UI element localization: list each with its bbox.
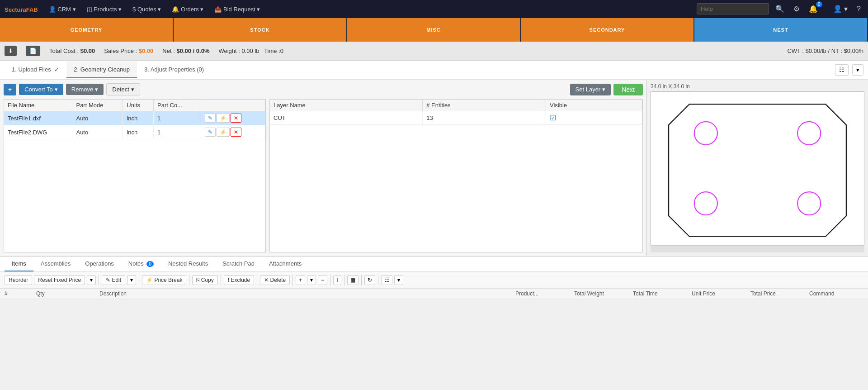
steps-bar: 1. Upload Files ✓ 2. Geometry Cleanup 3.… [0, 61, 868, 80]
workflow-nest[interactable]: NEST [694, 18, 868, 42]
workflow-secondary[interactable]: SECONDARY [521, 18, 694, 42]
flash-btn-2[interactable]: ⚡ [217, 128, 230, 137]
search-icon[interactable]: 🔍 [773, 3, 787, 15]
step-upload-label: 1. Upload Files [12, 66, 51, 73]
set-layer-label: Set Layer [576, 86, 601, 93]
add-button[interactable]: + [4, 84, 16, 95]
tab-assemblies-label: Assemblies [41, 260, 71, 267]
reset-fixed-price-button[interactable]: Reset Fixed Price [34, 275, 85, 285]
add-dropdown-button[interactable]: ▾ [307, 275, 316, 285]
grid-view-button[interactable]: ☷ [835, 64, 849, 76]
set-layer-button[interactable]: Set Layer ▾ [570, 84, 611, 95]
actions-1: ✎ ⚡ ✕ [201, 111, 265, 125]
settings-icon[interactable]: ⚙ [791, 3, 802, 15]
filter-button[interactable]: ▦ [347, 275, 359, 285]
notifications-icon[interactable]: 🔔0 [806, 3, 827, 15]
step-adjust-label: 3. Adjust Properties (0) [144, 66, 204, 73]
col-total-weight: Total Weight [574, 290, 628, 297]
workflow-misc[interactable]: MISC [347, 18, 521, 42]
layer-row-1[interactable]: CUT 13 ☑ [270, 111, 642, 125]
tab-scratch-pad-label: Scratch Pad [222, 260, 255, 267]
grid-columns-button[interactable]: ☷ [381, 275, 392, 285]
separator-10 [378, 275, 378, 285]
nav-bid-request[interactable]: 📤 Bid Request ▾ [210, 0, 264, 18]
refresh-button[interactable]: ↻ [364, 275, 375, 285]
separator-9 [361, 275, 362, 285]
separator-8 [344, 275, 344, 285]
tab-scratch-pad[interactable]: Scratch Pad [215, 257, 262, 271]
remove-button[interactable]: Remove ▾ [66, 84, 104, 95]
help-icon[interactable]: ? [854, 3, 863, 15]
file-name-2: TestFile2.DWG [4, 125, 72, 139]
units-2: inch [123, 125, 154, 139]
step-right-controls: ☷ ▾ [835, 64, 863, 76]
net-price: Net : $0.00 / 0.0% [162, 48, 209, 54]
delete-btn-1[interactable]: ✕ [231, 114, 241, 123]
reset-dropdown-button[interactable]: ▾ [87, 275, 96, 285]
cwt-label: CWT : $0.00/lb / NT : $0.00/h [787, 48, 863, 54]
remove-row-button[interactable]: − [318, 275, 327, 285]
step-geometry-cleanup[interactable]: 2. Geometry Cleanup [66, 62, 137, 78]
nav-orders[interactable]: 🔔 Orders ▾ [167, 0, 208, 18]
add-row-button[interactable]: + [296, 275, 305, 285]
file-row-1[interactable]: TestFile1.dxf Auto inch 1 ✎ ⚡ ✕ [4, 111, 265, 125]
nav-crm[interactable]: 👤 CRM ▾ [44, 0, 80, 18]
top-navigation: SecturaFAB 👤 CRM ▾ ◫ Products ▾ $ Quotes… [0, 0, 868, 18]
separator-2 [139, 275, 139, 285]
separator-6 [292, 275, 293, 285]
separator-4 [221, 275, 221, 285]
document-button[interactable]: 📄 [26, 46, 40, 56]
visible-checkbox-1[interactable]: ☑ [550, 114, 556, 122]
edit-btn-1[interactable]: ✎ [205, 114, 216, 123]
tab-nested-results[interactable]: Nested Results [161, 257, 215, 271]
height-button[interactable]: I [333, 275, 341, 285]
file-row-2[interactable]: TestFile2.DWG Auto inch 1 ✎ ⚡ ✕ [4, 125, 265, 139]
flash-btn-1[interactable]: ⚡ [217, 114, 230, 123]
sales-price: Sales Price : $0.00 [104, 48, 153, 54]
total-cost: Total Cost : $0.00 [49, 48, 95, 54]
help-search-input[interactable] [697, 3, 769, 14]
download-button[interactable]: ⬇ [5, 46, 17, 56]
tab-notes[interactable]: Notes 0 [121, 257, 161, 271]
delete-button[interactable]: ✕ Delete [260, 275, 290, 285]
brand-name-part2: FAB [26, 6, 38, 13]
detect-button[interactable]: Detect ▾ [106, 83, 140, 95]
tab-items[interactable]: Items [5, 257, 33, 271]
tab-items-label: Items [12, 260, 26, 267]
grid-options-dropdown[interactable]: ▾ [394, 275, 403, 285]
edit-btn-2[interactable]: ✎ [205, 128, 216, 137]
step-adjust-properties[interactable]: 3. Adjust Properties (0) [137, 62, 211, 78]
brand-logo[interactable]: SecturaFAB [5, 5, 38, 13]
action-buttons-1: ✎ ⚡ ✕ [205, 114, 261, 123]
col-total-price: Total Price [750, 290, 805, 297]
step-upload-files[interactable]: 1. Upload Files ✓ [5, 62, 66, 78]
preview-scrollbar[interactable] [651, 245, 864, 252]
file-toolbar: + Convert To ▾ Remove ▾ Detect ▾ Set Lay… [4, 83, 643, 95]
sales-price-value: $0.00 [139, 48, 154, 54]
reorder-button[interactable]: Reorder [5, 275, 32, 285]
tab-attachments[interactable]: Attachments [262, 257, 309, 271]
nav-quotes[interactable]: $ Quotes ▾ [128, 0, 165, 18]
user-icon[interactable]: 👤 ▾ [830, 3, 850, 15]
edit-button[interactable]: ✎ Edit [102, 275, 125, 285]
right-toolbar-buttons: Set Layer ▾ Next [570, 84, 643, 95]
col-file-name: File Name [4, 100, 72, 111]
col-total-time: Total Time [633, 290, 687, 297]
tab-operations[interactable]: Operations [78, 257, 121, 271]
svg-marker-0 [669, 104, 846, 236]
delete-btn-2[interactable]: ✕ [231, 128, 241, 137]
grid-options-button[interactable]: ▾ [852, 64, 863, 76]
exclude-button[interactable]: ! Exclude [224, 275, 254, 285]
next-button[interactable]: Next [613, 84, 643, 95]
price-break-button[interactable]: ⚡ Price Break [142, 275, 186, 285]
tab-assemblies[interactable]: Assemblies [33, 257, 78, 271]
edit-dropdown-button[interactable]: ▾ [127, 275, 136, 285]
separator-3 [189, 275, 189, 285]
workflow-geometry[interactable]: GEOMETRY [0, 18, 174, 42]
convert-to-button[interactable]: Convert To ▾ [19, 84, 63, 95]
nav-products[interactable]: ◫ Products ▾ [82, 0, 127, 18]
step-geometry-label: 2. Geometry Cleanup [74, 66, 130, 73]
workflow-stock-label: STOCK [250, 27, 269, 33]
workflow-stock[interactable]: STOCK [174, 18, 347, 42]
copy-button[interactable]: ⎘ Copy [192, 275, 217, 285]
